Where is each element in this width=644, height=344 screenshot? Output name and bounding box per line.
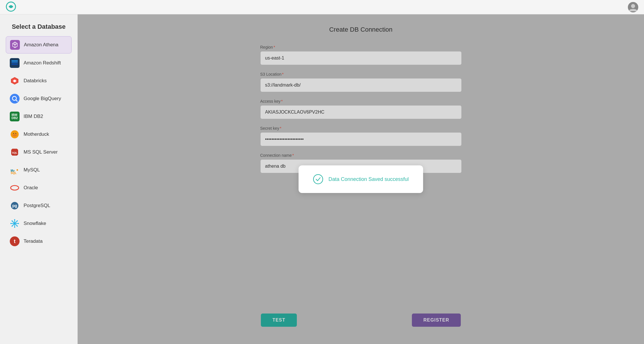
sidebar-item-postgresql[interactable]: pg PostgreSQL xyxy=(6,197,72,214)
svg-point-31 xyxy=(12,220,13,221)
svg-point-28 xyxy=(14,227,15,228)
svg-line-10 xyxy=(16,100,17,101)
teradata-label: Teradata xyxy=(24,238,43,244)
mssql-label: MS SQL Server xyxy=(24,149,58,155)
main-content: Create DB Connection Region* S3 Location… xyxy=(78,14,644,344)
sidebar: Select a Database Amazon Athena xyxy=(0,14,78,344)
toast-overlay: Data Connection Saved successful xyxy=(78,14,644,344)
teradata-icon: t xyxy=(10,236,20,246)
svg-point-20 xyxy=(11,186,19,190)
success-check-icon xyxy=(313,174,323,184)
sidebar-item-snowflake[interactable]: Snowflake xyxy=(6,215,72,232)
topbar xyxy=(0,0,644,14)
svg-point-33 xyxy=(17,220,18,221)
svg-point-34 xyxy=(12,225,13,227)
main-layout: Select a Database Amazon Athena xyxy=(0,14,644,344)
sidebar-item-amazon-athena[interactable]: Amazon Athena xyxy=(6,36,72,53)
svg-rect-4 xyxy=(12,62,18,63)
databricks-label: Databricks xyxy=(24,78,47,84)
oracle-icon xyxy=(10,183,20,193)
redshift-label: Amazon Redshift xyxy=(24,60,61,66)
motherduck-icon xyxy=(10,129,20,139)
svg-point-16 xyxy=(16,133,16,134)
sidebar-item-mysql[interactable]: My SQL MySQL xyxy=(6,162,72,178)
bigquery-label: Google BigQuery xyxy=(24,96,61,102)
redshift-icon xyxy=(10,58,20,68)
svg-point-29 xyxy=(10,223,12,224)
svg-point-2 xyxy=(631,4,635,8)
sidebar-item-oracle[interactable]: Oracle xyxy=(6,179,72,196)
sidebar-item-ibm-db2[interactable]: IBMDB2 IBM DB2 xyxy=(6,108,72,125)
user-avatar[interactable] xyxy=(628,2,638,12)
svg-rect-3 xyxy=(12,60,18,62)
bigquery-icon xyxy=(10,94,20,104)
toast-message: Data Connection Saved successful xyxy=(328,176,409,182)
svg-point-30 xyxy=(18,223,19,224)
mysql-icon: My SQL xyxy=(10,165,20,175)
motherduck-label: Motherduck xyxy=(24,131,49,137)
athena-label: Amazon Athena xyxy=(24,42,58,48)
postgresql-label: PostgreSQL xyxy=(24,203,50,209)
sidebar-title: Select a Database xyxy=(6,23,72,30)
svg-point-35 xyxy=(314,175,323,184)
svg-text:SQL: SQL xyxy=(12,151,18,154)
sidebar-item-databricks[interactable]: Databricks xyxy=(6,72,72,89)
mysql-label: MySQL xyxy=(24,167,40,173)
svg-text:pg: pg xyxy=(12,203,17,208)
ibmdb2-label: IBM DB2 xyxy=(24,114,43,119)
databricks-icon xyxy=(10,76,20,86)
svg-point-15 xyxy=(13,133,14,134)
oracle-label: Oracle xyxy=(24,185,38,191)
svg-text:SQL: SQL xyxy=(11,171,17,175)
mssql-icon: SQL xyxy=(10,147,20,157)
snowflake-label: Snowflake xyxy=(24,221,46,226)
sidebar-item-amazon-redshift[interactable]: Amazon Redshift xyxy=(6,55,72,71)
sidebar-item-ms-sql-server[interactable]: SQL MS SQL Server xyxy=(6,144,72,160)
topbar-logo xyxy=(6,1,16,13)
athena-icon xyxy=(10,40,20,50)
postgresql-icon: pg xyxy=(10,201,20,211)
svg-point-32 xyxy=(17,225,18,227)
snowflake-icon xyxy=(10,219,20,228)
svg-point-27 xyxy=(14,219,15,220)
sidebar-item-teradata[interactable]: t Teradata xyxy=(6,233,72,250)
toast-notification: Data Connection Saved successful xyxy=(299,165,423,193)
sidebar-item-motherduck[interactable]: Motherduck xyxy=(6,126,72,143)
sidebar-item-google-bigquery[interactable]: Google BigQuery xyxy=(6,90,72,107)
svg-rect-5 xyxy=(12,64,18,65)
database-list: Amazon Athena Amazon Redshift xyxy=(6,36,72,250)
ibmdb2-icon: IBMDB2 xyxy=(10,112,20,121)
